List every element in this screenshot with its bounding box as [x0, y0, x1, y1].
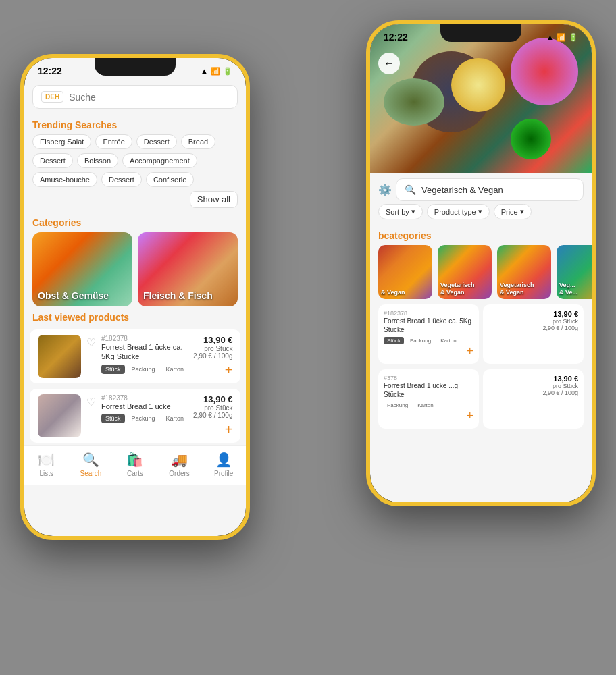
subcat-card-4[interactable]: Veg...& Ve...: [557, 245, 592, 299]
phone-left: 12:22 ▲ 📶 🔋 DEH Trending Searches Eisber…: [20, 54, 250, 540]
subcat-card-1[interactable]: & Vegan: [378, 245, 432, 299]
price-main-1: 13,90 €: [193, 335, 232, 345]
trending-title: Trending Searches: [32, 119, 238, 130]
product-tags-2: Stück Packung Karton: [101, 414, 188, 423]
right-ptags-3: Packung Karton: [384, 402, 473, 409]
tag-entree[interactable]: Entrée: [95, 134, 132, 149]
right-product-row-2: #378 Forrest Bread 1 ücke ...g Stücke Pa…: [370, 369, 592, 434]
subcat-label-4: Veg...& Ve...: [559, 281, 578, 296]
tag-stuck-2[interactable]: Stück: [101, 414, 125, 423]
right-pname-1: Forrest Bread 1 ücke ca. 5Kg Stücke: [384, 317, 473, 334]
rpt-packung-3[interactable]: Packung: [384, 402, 411, 409]
right-pid-3: #378: [384, 375, 473, 381]
signal-icon-r: ▲: [546, 33, 554, 41]
nav-profile[interactable]: 👤 Profile: [201, 452, 246, 477]
subcat-label-1: & Vegan: [381, 289, 405, 296]
add-button-2[interactable]: +: [193, 422, 232, 437]
tag-packung-1[interactable]: Packung: [128, 364, 159, 374]
category-label-meat: Fleisch & Fisch: [143, 290, 213, 301]
right-price-per-1: pro Stück: [488, 318, 578, 325]
search-input-left[interactable]: [69, 92, 229, 103]
tag-packung-2[interactable]: Packung: [128, 414, 159, 423]
bottom-nav-left: 🍽️ Lists 🔍 Search 🛍️ Carts 🚚 Orders 👤 Pr…: [24, 446, 246, 485]
price-chevron: ▾: [520, 207, 524, 216]
battery-icon: 🔋: [223, 67, 232, 76]
category-card-meat[interactable]: Fleisch & Fisch: [138, 232, 238, 306]
search-bar-left[interactable]: DEH: [32, 85, 238, 109]
rpt-karton-1[interactable]: Karton: [437, 337, 460, 344]
orders-label: Orders: [169, 470, 190, 477]
rpt-karton-3[interactable]: Karton: [414, 402, 437, 409]
right-price-main-3: 13,90 €: [488, 375, 578, 383]
tag-karton-2[interactable]: Karton: [162, 414, 188, 423]
product-tags-1: Stück Packung Karton: [101, 364, 188, 374]
sort-by-button[interactable]: Sort by ▾: [378, 204, 423, 219]
battery-icon-r: 🔋: [569, 33, 578, 42]
right-price-per-3: pro Stück: [488, 383, 578, 389]
subcat-card-2[interactable]: Vegetarisch& Vegan: [438, 245, 492, 299]
right-add-1[interactable]: +: [384, 344, 473, 358]
nav-carts[interactable]: 🛍️ Carts: [113, 452, 157, 477]
product-price-2: 13,90 € pro Stück 2,90 € / 100g +: [193, 394, 232, 437]
tag-boisson[interactable]: Boisson: [77, 153, 118, 168]
rpt-packung-1[interactable]: Packung: [407, 337, 434, 344]
status-time-left: 12:22: [38, 65, 62, 76]
tag-dessert3[interactable]: Dessert: [101, 172, 142, 187]
tag-dessert1[interactable]: Dessert: [136, 134, 177, 149]
search-icon-right: 🔍: [405, 184, 416, 195]
right-pid-1: #182378: [384, 310, 473, 317]
tag-eisberg[interactable]: Eisberg Salat: [32, 134, 91, 149]
back-button[interactable]: ←: [378, 53, 400, 74]
product-name-2: Forrest Bread 1 ücke: [101, 402, 188, 411]
sort-by-label: Sort by: [386, 208, 409, 216]
search-label: Search: [80, 470, 102, 477]
nav-orders[interactable]: 🚚 Orders: [157, 452, 202, 477]
price-label: Price: [501, 208, 518, 216]
tag-accompagnement[interactable]: Accompagnement: [122, 153, 197, 168]
logo-badge: DEH: [41, 91, 63, 103]
nav-search[interactable]: 🔍 Search: [69, 452, 113, 477]
right-product-card-3: #378 Forrest Bread 1 ücke ...g Stücke Pa…: [378, 369, 479, 429]
tag-bread[interactable]: Bread: [181, 134, 215, 149]
product-id-1: #182378: [101, 335, 188, 342]
subcat-card-3[interactable]: Vegetarisch& Vegan: [497, 245, 551, 299]
nav-lists[interactable]: 🍽️ Lists: [24, 452, 69, 477]
tag-stuck-1[interactable]: Stück: [101, 364, 125, 374]
lists-icon: 🍽️: [38, 452, 55, 468]
tag-dessert2[interactable]: Dessert: [32, 153, 73, 168]
show-all-button[interactable]: Show all: [190, 191, 238, 208]
tag-confiserie[interactable]: Confiserie: [146, 172, 195, 187]
product-price-1: 13,90 € pro Stück 2,90 € / 100g +: [193, 335, 232, 378]
product-type-button[interactable]: Product type ▾: [427, 204, 490, 219]
right-price-main-1: 13,90 €: [488, 310, 578, 318]
price-per-2: pro Stück: [193, 404, 232, 412]
price-button[interactable]: Price ▾: [494, 204, 532, 219]
status-icons-right: ▲ 📶 🔋: [546, 33, 578, 42]
profile-icon: 👤: [215, 452, 232, 468]
rpt-stuck-1[interactable]: Stück: [384, 337, 404, 344]
price-per-1: pro Stück: [193, 345, 232, 352]
category-label-fruit: Obst & Gemüse: [38, 290, 109, 301]
right-product-card-1: #182378 Forrest Bread 1 ücke ca. 5Kg Stü…: [378, 304, 479, 364]
add-button-1[interactable]: +: [193, 362, 232, 378]
last-viewed-title: Last viewed products: [32, 312, 238, 323]
carts-icon: 🛍️: [126, 452, 143, 468]
screen-right: 12:22 ▲ 📶 🔋 ← ⚙️ 🔍 Sort b: [370, 24, 592, 502]
product-heart-2[interactable]: ♡: [86, 394, 96, 408]
right-price-sub-3: 2,90 € / 100g: [488, 389, 578, 396]
filter-row: Sort by ▾ Product type ▾ Price ▾: [370, 204, 592, 225]
phone-right: 12:22 ▲ 📶 🔋 ← ⚙️ 🔍 Sort b: [366, 20, 596, 506]
subcat-label-3: Vegetarisch& Vegan: [500, 281, 534, 296]
category-card-fruit[interactable]: Obst & Gemüse: [32, 232, 132, 306]
search-input-right[interactable]: [421, 185, 575, 195]
right-add-3[interactable]: +: [384, 409, 473, 423]
wifi-icon-r: 📶: [557, 33, 566, 42]
tag-karton-1[interactable]: Karton: [162, 364, 188, 374]
type-chevron: ▾: [478, 207, 482, 216]
product-heart-1[interactable]: ♡: [86, 335, 96, 349]
filter-icon-right[interactable]: ⚙️: [378, 184, 392, 196]
right-product-card-4: 13,90 € pro Stück 2,90 € / 100g: [483, 369, 584, 429]
price-main-2: 13,90 €: [193, 394, 232, 404]
tag-amuse[interactable]: Amuse-bouche: [32, 172, 97, 187]
right-search-bar[interactable]: 🔍: [396, 178, 584, 201]
